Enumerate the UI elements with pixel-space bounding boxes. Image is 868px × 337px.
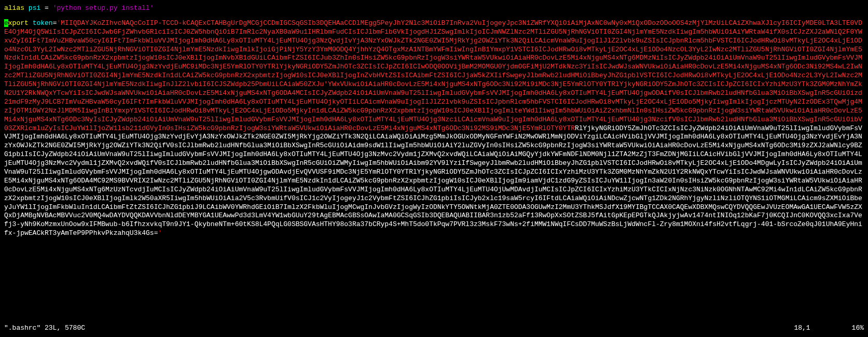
status-filename: ".bashrc" 23L, 5780C: [4, 324, 85, 333]
alias-equals: =: [45, 4, 49, 12]
status-percent: 16%: [852, 324, 864, 333]
export-keyword-rest: xport: [8, 19, 29, 27]
terminal-viewport[interactable]: alias psi = 'python setup.py install' ex…: [4, 4, 864, 238]
cursor: e: [4, 19, 8, 27]
token-close-quote: ': [158, 229, 162, 237]
status-position: 18,1: [794, 324, 810, 333]
export-varname: token: [33, 19, 53, 27]
export-line: export token='MIIQDAYJKoZIhvcNAQcCoIIP-T…: [4, 19, 864, 238]
token-value-white: RlYjkyNGRiODY5ZmJhOTc3ZCIsICJyZWdpb24iOi…: [4, 124, 862, 237]
vim-status-bar: ".bashrc" 23L, 5780C 18,1 16%: [4, 324, 864, 333]
token-value-red: MIIQDAYJKoZIhvcNAQcCoIIP-TCCD-kCAQExCTAH…: [4, 19, 862, 132]
alias-line: alias psi = 'python setup.py install': [4, 4, 864, 13]
alias-value: 'python setup.py install': [53, 4, 154, 12]
alias-name: psi: [29, 4, 40, 12]
alias-keyword: alias: [4, 4, 24, 12]
